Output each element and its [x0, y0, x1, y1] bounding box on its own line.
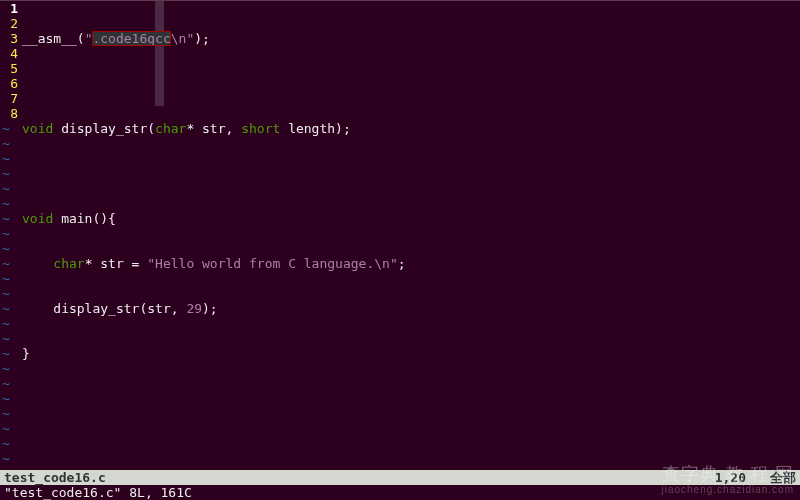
empty-line-tilde: ~ [0, 316, 10, 331]
empty-line-tilde: ~ [0, 166, 10, 181]
empty-line-tilde: ~ [0, 271, 10, 286]
empty-line-tilde: ~ [0, 286, 10, 301]
empty-line-tilde: ~ [0, 196, 10, 211]
code-lines[interactable]: __asm__(".code16gcc\n"); void display_st… [22, 1, 800, 470]
empty-line-tilde: ~ [0, 241, 10, 256]
code-line-6[interactable]: char* str = "Hello world from C language… [22, 256, 800, 271]
empty-line-tildes: ~~~~~~~~~~~~~~~~~~~~~~~ [0, 121, 10, 466]
command-line[interactable]: "test_code16.c" 8L, 161C [0, 485, 800, 500]
code-line-7[interactable]: display_str(str, 29); [22, 301, 800, 316]
empty-line-tilde: ~ [0, 211, 10, 226]
code-line-4[interactable] [22, 166, 800, 181]
empty-line-tilde: ~ [0, 226, 10, 241]
code-line-1[interactable]: __asm__(".code16gcc\n"); [22, 31, 800, 46]
line-number: 4 [0, 46, 18, 61]
line-number: 2 [0, 16, 18, 31]
empty-line-tilde: ~ [0, 256, 10, 271]
vim-editor: 1 2 3 4 5 6 7 8 __asm__(".code16gcc\n");… [0, 0, 800, 500]
status-line: test_code16.c 1,20 全部 [0, 470, 800, 485]
status-scroll-percent: 全部 [770, 470, 796, 485]
code-line-2[interactable] [22, 76, 800, 91]
empty-line-tilde: ~ [0, 301, 10, 316]
line-number: 3 [0, 31, 18, 46]
empty-line-tilde: ~ [0, 181, 10, 196]
empty-line-tilde: ~ [0, 151, 10, 166]
empty-line-tilde: ~ [0, 451, 10, 466]
code-line-8[interactable]: } [22, 346, 800, 361]
empty-line-tilde: ~ [0, 361, 10, 376]
empty-line-tilde: ~ [0, 421, 10, 436]
file-info-message: "test_code16.c" 8L, 161C [4, 485, 192, 500]
status-cursor-pos: 1,20 [715, 470, 746, 485]
empty-line-tilde: ~ [0, 391, 10, 406]
line-number: 1 [0, 1, 18, 16]
line-number: 8 [0, 106, 18, 121]
empty-line-tilde: ~ [0, 436, 10, 451]
search-highlight: .code16gcc [92, 31, 170, 46]
empty-line-tilde: ~ [0, 376, 10, 391]
code-area[interactable]: 1 2 3 4 5 6 7 8 __asm__(".code16gcc\n");… [0, 1, 800, 470]
empty-line-tilde: ~ [0, 346, 10, 361]
empty-line-tilde: ~ [0, 121, 10, 136]
line-number: 6 [0, 76, 18, 91]
code-line-3[interactable]: void display_str(char* str, short length… [22, 121, 800, 136]
status-filename: test_code16.c [4, 470, 106, 485]
code-line-5[interactable]: void main(){ [22, 211, 800, 226]
empty-line-tilde: ~ [0, 136, 10, 151]
line-number: 7 [0, 91, 18, 106]
empty-line-tilde: ~ [0, 331, 10, 346]
line-number: 5 [0, 61, 18, 76]
empty-line-tilde: ~ [0, 406, 10, 421]
